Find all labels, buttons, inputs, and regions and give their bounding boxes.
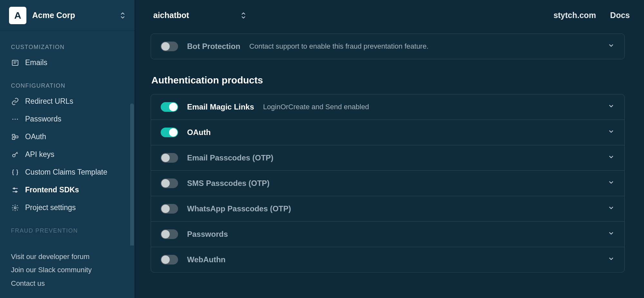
auth-product-subtitle: LoginOrCreate and Send enabled	[263, 103, 369, 111]
chevron-down-icon[interactable]	[608, 179, 615, 188]
auth-products-heading: Authentication products	[151, 75, 625, 86]
sidebar-item-api-keys[interactable]: API keys	[0, 146, 135, 163]
auth-product-title: Email Magic Links	[187, 102, 254, 111]
footer-link-contact[interactable]: Contact us	[11, 277, 124, 290]
auth-product-title: SMS Passcodes (OTP)	[187, 179, 270, 188]
sidebar-item-label: OAuth	[25, 132, 46, 141]
auth-product-row[interactable]: WhatsApp Passcodes (OTP)	[151, 196, 624, 222]
bot-protection-panel: Bot Protection Contact support to enable…	[151, 34, 625, 59]
auth-product-toggle[interactable]	[161, 229, 178, 239]
svg-point-14	[14, 207, 16, 209]
gear-icon	[11, 204, 19, 212]
sidebar-item-project-settings[interactable]: Project settings	[0, 199, 135, 216]
svg-point-3	[12, 119, 13, 120]
link-icon	[11, 97, 19, 106]
passwords-icon	[11, 115, 19, 123]
auth-product-toggle[interactable]	[161, 128, 178, 137]
org-name: Acme Corp	[32, 11, 120, 20]
auth-product-row[interactable]: WebAuthn	[151, 247, 624, 272]
project-name: aichatbot	[153, 11, 189, 20]
bot-protection-row[interactable]: Bot Protection Contact support to enable…	[151, 34, 624, 59]
sidebar-item-label: Redirect URLs	[25, 97, 73, 106]
auth-product-row[interactable]: Email Passcodes (OTP)	[151, 145, 624, 171]
link-stytch-site[interactable]: stytch.com	[554, 11, 596, 20]
sidebar-item-frontend-sdks[interactable]: Frontend SDKs	[0, 181, 135, 199]
sidebar-item-label: Project settings	[25, 203, 76, 212]
auth-product-title: WebAuthn	[187, 255, 226, 264]
svg-rect-8	[15, 136, 18, 138]
content: Bot Protection Contact support to enable…	[135, 31, 644, 298]
auth-product-toggle[interactable]	[161, 153, 178, 163]
auth-product-row[interactable]: Email Magic LinksLoginOrCreate and Send …	[151, 94, 624, 120]
auth-product-title: WhatsApp Passcodes (OTP)	[187, 204, 291, 213]
section-label-customization: CUSTOMIZATION	[0, 44, 135, 54]
sidebar-item-emails[interactable]: Emails	[0, 54, 135, 72]
sidebar-scrollbar[interactable]	[130, 103, 134, 245]
sidebar-item-label: API keys	[25, 150, 54, 159]
topbar: aichatbot stytch.com Docs	[135, 0, 644, 31]
bot-protection-desc: Contact support to enable this fraud pre…	[249, 42, 428, 51]
svg-point-4	[14, 119, 15, 120]
sidebar-item-oauth[interactable]: OAuth	[0, 128, 135, 146]
svg-point-9	[13, 154, 15, 157]
main: aichatbot stytch.com Docs Bot Protection…	[135, 0, 644, 298]
svg-rect-6	[12, 134, 15, 136]
chevron-down-icon[interactable]	[608, 153, 615, 162]
key-icon	[11, 150, 19, 159]
svg-rect-7	[12, 138, 15, 139]
auth-product-toggle[interactable]	[161, 178, 178, 188]
chevron-down-icon[interactable]	[608, 102, 615, 111]
auth-product-toggle[interactable]	[161, 204, 178, 214]
auth-product-title: Email Passcodes (OTP)	[187, 153, 273, 162]
chevron-down-icon[interactable]	[608, 128, 615, 137]
chevron-down-icon[interactable]	[608, 42, 615, 51]
braces-icon	[11, 168, 19, 177]
section-label-configuration: CONFIGURATION	[0, 82, 135, 92]
footer-link-forum[interactable]: Visit our developer forum	[11, 250, 124, 264]
bot-protection-title: Bot Protection	[187, 42, 240, 51]
chevron-up-down-icon	[120, 12, 126, 19]
link-docs[interactable]: Docs	[610, 11, 630, 20]
chevron-down-icon[interactable]	[608, 204, 615, 213]
sliders-icon	[11, 186, 19, 194]
sidebar: A Acme Corp CUSTOMIZATION Emails CONFIGU…	[0, 0, 135, 298]
sidebar-item-label: Emails	[25, 58, 47, 67]
chevron-up-down-icon	[241, 12, 246, 19]
org-switcher[interactable]: A Acme Corp	[0, 0, 135, 31]
sidebar-nav: CUSTOMIZATION Emails CONFIGURATION Redir…	[0, 31, 135, 245]
auth-product-toggle[interactable]	[161, 255, 178, 264]
oauth-icon	[11, 133, 19, 141]
sidebar-item-passwords[interactable]: Passwords	[0, 110, 135, 128]
auth-product-title: OAuth	[187, 128, 211, 137]
chevron-down-icon[interactable]	[608, 255, 615, 264]
sidebar-item-label: Frontend SDKs	[25, 186, 79, 194]
auth-product-toggle[interactable]	[161, 102, 178, 112]
auth-product-row[interactable]: SMS Passcodes (OTP)	[151, 171, 624, 196]
sidebar-footer: Visit our developer forum Join our Slack…	[0, 245, 135, 298]
org-badge: A	[9, 7, 26, 24]
footer-link-slack[interactable]: Join our Slack community	[11, 263, 124, 277]
sidebar-item-label: Custom Claims Template	[25, 168, 107, 177]
project-switcher[interactable]: aichatbot	[153, 11, 246, 20]
bot-protection-toggle[interactable]	[161, 42, 178, 51]
sidebar-item-custom-claims[interactable]: Custom Claims Template	[0, 163, 135, 181]
chevron-down-icon[interactable]	[608, 230, 615, 239]
auth-product-row[interactable]: Passwords	[151, 222, 624, 247]
svg-point-5	[17, 119, 18, 120]
auth-products-panel: Email Magic LinksLoginOrCreate and Send …	[151, 94, 625, 273]
auth-product-row[interactable]: OAuth	[151, 120, 624, 145]
email-template-icon	[11, 59, 19, 67]
sidebar-item-redirect-urls[interactable]: Redirect URLs	[0, 92, 135, 110]
auth-product-title: Passwords	[187, 230, 228, 239]
sidebar-item-label: Passwords	[25, 115, 61, 123]
top-links: stytch.com Docs	[554, 11, 630, 20]
section-label-fraud: FRAUD PREVENTION	[0, 227, 135, 237]
